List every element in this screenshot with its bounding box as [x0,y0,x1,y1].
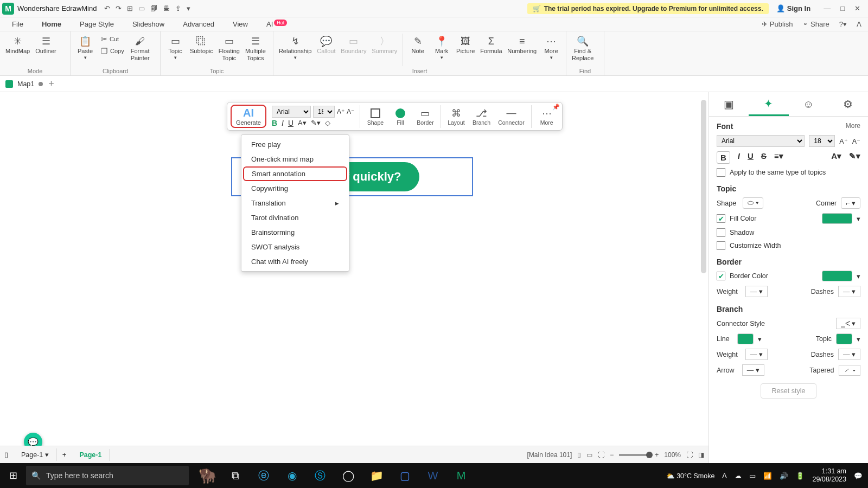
tray-wifi-icon[interactable]: 📶 [763,472,772,480]
rp-tab-format[interactable]: ✦ [749,92,788,116]
zoom-value[interactable]: 100% [664,451,681,459]
tab-slideshow[interactable]: Slideshow [130,18,167,30]
connector-button[interactable]: —Connector [495,106,527,127]
add-page-button[interactable]: + [62,451,67,459]
subtopic-button[interactable]: ⿻Subtopic [188,34,215,56]
ai-menu-copywriting[interactable]: Copywriting [241,181,349,196]
weather-widget[interactable]: ⛅ 30°C Smoke [666,472,715,480]
clear-format-icon[interactable]: ◇ [325,119,330,127]
zoom-in-icon[interactable]: + [655,451,659,459]
bold-button[interactable]: B [272,119,277,127]
tray-chevron-icon[interactable]: ᐱ [722,472,727,480]
rp-bordercolor-drop[interactable]: ▾ [857,272,860,280]
qat-open-icon[interactable]: ▭ [138,4,145,12]
panel-toggle-icon[interactable]: ◨ [698,451,704,459]
publish-button[interactable]: ✈ Publish [762,20,793,28]
cut-button[interactable]: ✂Cut [98,34,127,44]
ai-menu-swot[interactable]: SWOT analysis [241,240,349,254]
taskbar-skype-icon[interactable]: Ⓢ [307,464,333,487]
rp-shape-select[interactable]: ⬭ ▾ [743,197,763,209]
rp-line-drop[interactable]: ▾ [758,335,762,343]
maximize-icon[interactable]: □ [840,4,845,12]
qat-new-icon[interactable]: ⊞ [127,4,133,12]
font-size-select[interactable]: 18 [313,106,335,118]
reset-style-button[interactable]: Reset style [761,383,817,399]
border-button[interactable]: ▭Border [413,106,437,127]
rp-apply-chk[interactable] [717,168,725,177]
start-button[interactable]: ⊞ [0,470,26,481]
tray-battery-icon[interactable]: 🔋 [796,472,805,480]
minimize-icon[interactable]: — [824,4,831,12]
ai-menu-translation[interactable]: Translation▸ [241,196,349,210]
ai-menu-tarot[interactable]: Tarot divination [241,210,349,225]
font-family-select[interactable]: Arial [272,106,311,118]
taskbar-zoom-icon[interactable]: ▢ [392,464,418,487]
qat-export-icon[interactable]: ⇪ [175,4,181,12]
mindmap-mode-button[interactable]: ✳MindMap [3,34,32,56]
rp-bordercolor-swatch[interactable] [822,271,852,281]
rp-font-family[interactable]: Arial [717,135,805,147]
increase-font-icon[interactable]: A⁺ [337,108,344,115]
rp-fillcolor-chk[interactable] [717,214,725,223]
fullscreen-icon[interactable]: ⛶ [686,451,693,459]
rp-decrease-font-icon[interactable]: A⁻ [852,137,860,145]
rp-bold[interactable]: B [717,151,730,164]
trial-banner[interactable]: 🛒 The trial period has expired. Upgrade … [527,3,769,14]
view-1-icon[interactable]: ▯ [577,451,581,459]
rp-fontcolor[interactable]: A▾ [831,151,841,164]
note-button[interactable]: ✎Note [406,34,429,56]
ai-menu-chat[interactable]: Chat with AI freely [241,254,349,269]
rp-customwidth-chk[interactable] [717,241,725,250]
page-tab-1[interactable]: Page-1 ▾ [14,448,57,461]
tray-notifications-icon[interactable]: 💬 [854,472,863,480]
rp-connector-style[interactable]: ⎯ᐸ ▾ [836,318,860,329]
tray-lang-icon[interactable]: ▭ [749,472,756,480]
ai-menu-free-play[interactable]: Free play [241,137,349,152]
taskbar-word-icon[interactable]: W [420,464,446,487]
shape-button[interactable]: Shape [363,106,387,127]
share-button[interactable]: ⚬ Share [802,20,829,28]
undo-icon[interactable]: ↶ [104,4,110,12]
font-color-button[interactable]: A▾ [298,119,307,127]
rp-branch-topic-color[interactable] [836,333,852,344]
signin-button[interactable]: 👤 Sign In [776,4,810,12]
rp-fillcolor-swatch[interactable] [822,213,852,224]
tab-advanced[interactable]: Advanced [181,18,216,30]
tray-clock[interactable]: 1:31 am 29/08/2023 [812,467,846,484]
taskbar-edrawmind-icon[interactable]: M [448,464,474,487]
view-2-icon[interactable]: ▭ [586,451,592,459]
rp-increase-font-icon[interactable]: A⁺ [839,137,847,145]
ai-menu-smart-annotation[interactable]: Smart annotation [243,166,347,181]
canvas-vertical-scrollbar[interactable] [701,100,706,273]
multiple-topics-button[interactable]: ☰Multiple Topics [243,34,268,63]
pin-icon[interactable]: 📌 [552,104,560,111]
taskbar-explorer-icon[interactable]: 📁 [363,464,390,487]
paste-button[interactable]: 📋Paste▾ [74,34,97,61]
fill-button[interactable]: Fill [388,106,412,127]
insert-more-button[interactable]: ⋯More▾ [540,34,563,61]
find-replace-button[interactable]: 🔍Find & Replace [570,34,596,63]
rp-strike[interactable]: S [761,151,767,164]
rp-border-weight[interactable]: — ▾ [745,286,768,297]
rp-italic[interactable]: I [738,151,740,164]
rp-branch-weight[interactable]: — ▾ [745,349,768,360]
qat-more-icon[interactable]: ▾ [187,4,190,12]
taskbar-chrome-icon[interactable]: ◯ [335,464,361,487]
close-icon[interactable]: ✕ [854,4,860,12]
ai-generate-button[interactable]: AI Generate [231,105,266,128]
rp-underline[interactable]: U [748,151,754,164]
ai-menu-brainstorming[interactable]: Brainstorming [241,225,349,240]
redo-icon[interactable]: ↷ [116,4,122,12]
rp-fillcolor-drop[interactable]: ▾ [857,215,860,223]
tray-volume-icon[interactable]: 🔊 [780,472,788,480]
help-icon[interactable]: ?▾ [839,20,847,28]
doc-tab-name[interactable]: Map1 [17,80,34,88]
rp-align[interactable]: ≡▾ [774,151,783,164]
rp-bordercolor-chk[interactable] [717,272,725,280]
rp-branch-topic-drop[interactable]: ▾ [857,335,860,343]
rp-shadow-chk[interactable] [717,228,725,237]
taskbar-ie-icon[interactable]: ⓔ [251,464,277,487]
tab-file[interactable]: File [10,18,25,30]
rp-tab-style[interactable]: ▣ [709,92,749,116]
page-list-icon[interactable]: ▯ [4,451,8,459]
